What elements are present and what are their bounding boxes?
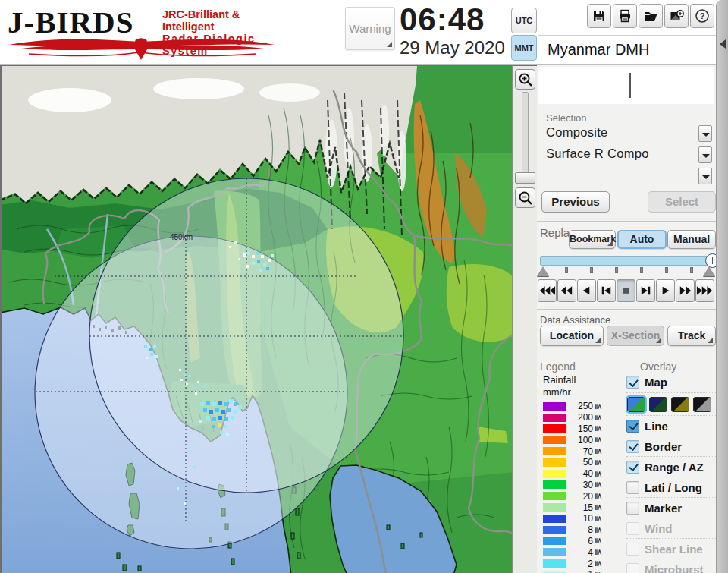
overlay-item-label: Map (645, 376, 667, 389)
map-style-dark-gray[interactable] (693, 397, 711, 412)
legend-value: 1 (566, 569, 593, 573)
select-button[interactable]: Select (648, 191, 716, 213)
dropdown-arrow-button[interactable] (698, 168, 712, 184)
station-name-field[interactable]: Myanmar DMH (538, 35, 716, 64)
x-section-button: X-Section (607, 326, 664, 346)
fast-rewind-2-button[interactable] (557, 279, 576, 302)
overlay-item-line[interactable]: Line (626, 415, 716, 436)
fast-rewind-3-button[interactable] (538, 279, 557, 302)
overlay-section-label: Overlay (640, 360, 676, 373)
separator (537, 309, 716, 310)
step-back-button[interactable] (597, 279, 616, 302)
checkbox[interactable] (626, 461, 639, 474)
header-bar: J-BIRDS JRC-Brilliant & Intelligent Rada… (0, 0, 728, 65)
legend-color-swatch (543, 436, 566, 444)
checkbox (626, 543, 639, 556)
image-add-icon (669, 8, 684, 24)
checkbox[interactable] (626, 481, 639, 494)
step-forward-button[interactable] (636, 279, 655, 302)
panel-collapse-strip[interactable] (716, 0, 728, 573)
overlay-item-map[interactable]: Map (626, 372, 716, 392)
selection-dropdown[interactable]: Surface R Compo (540, 145, 713, 166)
overlay-item-label: Marker (645, 502, 682, 515)
checkbox[interactable] (626, 440, 639, 453)
zoom-in-button[interactable] (515, 69, 535, 90)
fast-forward-2-icon (676, 285, 694, 297)
message-text-box[interactable] (538, 67, 714, 104)
selection-dropdown[interactable]: Composite (540, 124, 713, 145)
legend-row: 70≦ (543, 445, 622, 457)
legend-color-swatch (543, 402, 566, 411)
stop-icon (617, 285, 635, 297)
map-style-dark-navy-green[interactable] (649, 397, 667, 412)
legend-color-swatch (543, 447, 566, 455)
less-equal-symbol: ≦ (594, 527, 604, 534)
manual-mode-button[interactable]: Manual (667, 230, 716, 249)
data-assistance-section-label: Data Assistance (540, 314, 610, 326)
play-button[interactable] (656, 279, 675, 302)
print-button[interactable] (613, 4, 637, 28)
checkbox[interactable] (626, 420, 639, 433)
warning-button[interactable]: Warning (345, 7, 395, 50)
legend-value: 6 (566, 536, 593, 546)
dropdown-arrow-button[interactable] (698, 125, 712, 142)
zoom-out-button[interactable] (515, 187, 535, 208)
zoom-slider-thumb[interactable] (515, 172, 535, 184)
selection-dropdown[interactable] (540, 166, 713, 187)
legend-unit: mm/hr (543, 386, 622, 398)
legend-value: 150 (566, 423, 593, 434)
fast-forward-3-button[interactable] (695, 279, 714, 302)
play-reverse-button[interactable] (577, 279, 596, 302)
fast-forward-2-button[interactable] (676, 279, 695, 302)
logo-subtitle-line1: JRC-Brilliant & Intelligent (162, 8, 285, 33)
legend-title: Rainfall (543, 374, 622, 386)
legend-row: 100≦ (543, 434, 622, 445)
help-button[interactable]: ? (690, 4, 714, 28)
previous-button[interactable]: Previous (541, 191, 610, 213)
radar-map-canvas: 450km (2, 66, 513, 573)
legend-row: 2≦ (543, 558, 622, 569)
dropdown-arrow-button[interactable] (698, 146, 712, 163)
auto-mode-button[interactable]: Auto (617, 230, 667, 249)
track-button[interactable]: Track (667, 326, 716, 346)
legend-row: 15≦ (543, 502, 622, 513)
stop-button[interactable] (617, 279, 635, 302)
radar-map[interactable]: 450km (0, 65, 513, 573)
separator (537, 221, 716, 222)
overlay-item-label: Range / AZ (645, 461, 704, 474)
rainfall-legend: Rainfall mm/hr 250≦200≦150≦100≦70≦50≦40≦… (543, 374, 622, 573)
map-style-dark-olive[interactable] (671, 397, 689, 412)
overlay-item-lati-long[interactable]: Lati / Long (626, 477, 716, 497)
folder-open-icon (643, 8, 658, 24)
replay-timeline-slider[interactable] (540, 256, 713, 266)
less-equal-symbol: ≦ (594, 515, 604, 522)
svg-text:?: ? (700, 11, 705, 20)
dropdown-value: Surface R Compo (546, 146, 649, 161)
open-folder-button[interactable] (639, 4, 663, 28)
selection-section-label: Selection (546, 112, 586, 124)
legend-value: 4 (566, 547, 593, 558)
save-button[interactable] (587, 4, 611, 28)
overlay-item-label: Lati / Long (645, 481, 702, 494)
zoom-slider-track[interactable] (522, 92, 529, 184)
mmt-toggle-button[interactable]: MMT (511, 35, 537, 61)
bookmark-button[interactable]: Bookmark (569, 230, 616, 249)
fast-rewind-3-icon (538, 285, 556, 297)
checkbox[interactable] (626, 376, 639, 389)
overlay-item-range-az[interactable]: Range / AZ (626, 456, 716, 477)
location-button[interactable]: Location (540, 326, 604, 346)
text-cursor (629, 73, 631, 98)
help-icon: ? (695, 8, 710, 24)
map-style-terrain-blue-green[interactable] (627, 397, 645, 412)
legend-color-swatch (543, 458, 566, 467)
utc-toggle-button[interactable]: UTC (511, 8, 537, 33)
add-image-button[interactable] (664, 4, 689, 28)
overlay-item-border[interactable]: Border (626, 436, 716, 456)
range-start-marker[interactable] (537, 266, 549, 276)
legend-value: 200 (566, 412, 593, 423)
legend-value: 8 (566, 524, 593, 535)
overlay-item-marker[interactable]: Marker (626, 497, 716, 518)
dropdown-value: Composite (546, 125, 608, 140)
checkbox[interactable] (626, 502, 639, 515)
range-end-marker[interactable] (703, 266, 715, 276)
